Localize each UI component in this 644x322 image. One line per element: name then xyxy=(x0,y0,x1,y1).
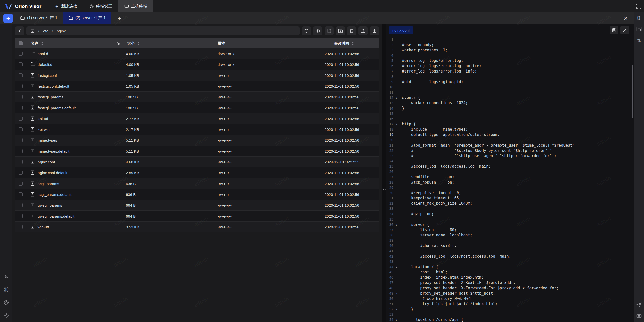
table-row[interactable]: scgi_params 636 B -rw-r--r-- 2020-11-01 … xyxy=(15,178,379,189)
code-text[interactable]: # '"$http_user_agent" "$http_x_forwarded… xyxy=(402,153,556,159)
code-text[interactable]: #charset koi8-r; xyxy=(402,243,457,248)
fold-chevron-icon[interactable] xyxy=(393,222,399,227)
row-checkbox[interactable] xyxy=(19,127,23,131)
code-text[interactable]: proxy_set_header Host $http_host; xyxy=(402,291,495,296)
breadcrumb-segment-nginx[interactable]: nginx xyxy=(57,29,66,33)
table-row[interactable]: mime.types 5.11 KB -rw-r--r-- 2020-11-01… xyxy=(15,135,379,146)
screenshot-camera-icon[interactable] xyxy=(636,313,642,319)
code-text[interactable]: proxy_set_header X-Forwarded-For $proxy_… xyxy=(402,285,559,291)
terminal-tab[interactable]: (1) server-生产-1 xyxy=(15,12,63,24)
code-text[interactable]: include mime.types; xyxy=(402,127,468,132)
code-text[interactable]: proxy_set_header X-Real-IP $remote_addr; xyxy=(402,280,516,285)
delete-trash-icon[interactable] xyxy=(347,26,356,35)
row-checkbox[interactable] xyxy=(19,225,23,229)
add-tab-icon[interactable]: + xyxy=(118,15,121,22)
editor-scrollbar[interactable] xyxy=(632,65,633,118)
code-text[interactable]: # web history 模式 404 xyxy=(402,296,471,301)
code-text[interactable]: root html; xyxy=(402,270,448,275)
save-icon[interactable] xyxy=(610,26,618,34)
code-text[interactable]: #pid logs/nginx.pid; xyxy=(402,79,463,85)
table-row[interactable]: mime.types.default 5.11 KB -rw-r--r-- 20… xyxy=(15,146,379,157)
terminal-tab[interactable]: (2) server-生产-1 xyxy=(63,12,111,24)
nav-terminal-settings[interactable]: 终端设置 xyxy=(83,0,118,12)
code-text[interactable]: location / { xyxy=(402,264,438,270)
row-checkbox[interactable] xyxy=(19,214,23,218)
drag-handle-icon[interactable] xyxy=(383,188,386,191)
close-panel-icon[interactable]: ✕ xyxy=(623,15,628,21)
code-text[interactable]: #error_log logs/error.log; xyxy=(402,58,463,63)
row-checkbox[interactable] xyxy=(19,73,23,77)
code-text[interactable]: #keepalive_timeout 0; xyxy=(402,190,461,196)
swap-vertical-icon[interactable]: ⇅ xyxy=(636,37,642,44)
code-text[interactable]: #access_log logs/access.log main; xyxy=(402,164,491,169)
table-row[interactable]: fastcgi_params 1007 B -rw-r--r-- 2020-11… xyxy=(15,92,379,102)
row-checkbox[interactable] xyxy=(19,160,23,164)
refresh-icon[interactable] xyxy=(302,26,311,35)
sort-icon[interactable] xyxy=(352,42,354,45)
code-text[interactable]: sendfile on; xyxy=(402,174,454,180)
settings-gear-icon[interactable] xyxy=(3,312,10,319)
new-file-icon[interactable] xyxy=(325,26,334,35)
fullscreen-icon[interactable] xyxy=(634,0,644,12)
code-text[interactable]: #gzip on; xyxy=(402,211,434,217)
column-header-mtime[interactable]: 修改时间 xyxy=(317,41,379,46)
row-checkbox[interactable] xyxy=(19,95,23,99)
row-checkbox[interactable] xyxy=(19,52,23,56)
row-checkbox[interactable] xyxy=(19,149,23,153)
code-text[interactable]: client_max_body_size 1048m; xyxy=(402,201,472,206)
code-text[interactable]: http { xyxy=(402,122,416,127)
row-checkbox[interactable] xyxy=(19,84,23,88)
row-checkbox[interactable] xyxy=(19,182,23,186)
document-bookmark-icon[interactable] xyxy=(636,26,642,32)
row-checkbox[interactable] xyxy=(19,138,23,142)
column-header-size[interactable]: 大小 xyxy=(116,41,209,46)
code-text[interactable]: server { xyxy=(402,222,429,227)
table-row[interactable]: uwsgi_params.default 664 B -rw-r--r-- 20… xyxy=(15,211,379,222)
new-folder-icon[interactable] xyxy=(336,26,345,35)
code-text[interactable]: #error_log logs/error.log info; xyxy=(402,69,477,74)
code-text[interactable]: try_files $uri $uri/ /index.html; xyxy=(402,301,497,307)
code-text[interactable]: worker_connections 1024; xyxy=(402,100,468,106)
fold-chevron-icon[interactable] xyxy=(393,264,399,270)
code-text[interactable]: #access_log logs/host.access.log main; xyxy=(402,254,511,259)
table-row[interactable]: nginx.conf 4.68 KB -rw-r--r-- 2024-12-10… xyxy=(15,157,379,167)
row-checkbox[interactable] xyxy=(19,171,23,175)
code-text[interactable]: #error_log logs/error.log notice; xyxy=(402,63,481,69)
fold-chevron-icon[interactable] xyxy=(393,307,399,312)
breadcrumb-segment-etc[interactable]: etc xyxy=(43,29,48,33)
table-row[interactable]: koi-win 2.17 KB -rw-r--r-- 2020-11-01 10… xyxy=(15,124,379,135)
filter-funnel-icon[interactable] xyxy=(117,42,121,45)
code-text[interactable]: listen 80; xyxy=(402,227,457,233)
row-checkbox[interactable] xyxy=(19,203,23,207)
nav-host-terminal[interactable]: 主机终端 xyxy=(118,0,153,12)
fold-chevron-icon[interactable] xyxy=(393,291,399,296)
download-icon[interactable] xyxy=(370,26,379,35)
code-text[interactable]: #log_format main '$remote_addr - $remote… xyxy=(402,143,579,148)
fold-chevron-icon[interactable] xyxy=(393,122,399,127)
command-shortcut-icon[interactable]: ⌘ xyxy=(3,287,10,293)
user-icon[interactable] xyxy=(3,274,10,280)
row-checkbox[interactable] xyxy=(19,117,23,121)
code-editor[interactable]: 1 2 #user nobody; 3 worker_processes 1; … xyxy=(386,37,634,322)
table-row[interactable]: fastcgi.conf 1.05 KB -rw-r--r-- 2020-11-… xyxy=(15,70,379,81)
fold-chevron-icon[interactable] xyxy=(393,317,399,322)
table-row[interactable]: nginx.conf.default 2.59 KB -rw-r--r-- 20… xyxy=(15,167,379,178)
code-text[interactable]: server_name localhost; xyxy=(402,233,472,238)
preview-eye-icon[interactable] xyxy=(313,26,322,35)
row-checkbox[interactable] xyxy=(19,192,23,196)
new-tab-button[interactable]: + xyxy=(3,14,13,23)
send-plane-icon[interactable] xyxy=(636,301,642,308)
table-row[interactable]: fastcgi.conf.default 1.05 KB -rw-r--r-- … xyxy=(15,81,379,92)
code-text[interactable]: worker_processes 1; xyxy=(402,48,448,53)
json-braces-icon[interactable]: {} xyxy=(636,15,642,21)
back-button[interactable] xyxy=(15,26,24,35)
nav-new-connection[interactable]: ＋ 新建连接 xyxy=(48,0,83,12)
code-text[interactable]: keepalive_timeout 65; xyxy=(402,196,461,201)
table-row[interactable]: scgi_params.default 636 B -rw-r--r-- 202… xyxy=(15,189,379,200)
row-checkbox[interactable] xyxy=(19,106,23,110)
sort-icon[interactable] xyxy=(137,42,139,45)
column-header-name[interactable]: 名称 xyxy=(26,41,116,46)
code-text[interactable]: #user nobody; xyxy=(402,42,434,48)
panel-resize-divider[interactable] xyxy=(382,24,386,322)
upload-icon[interactable] xyxy=(358,26,368,35)
